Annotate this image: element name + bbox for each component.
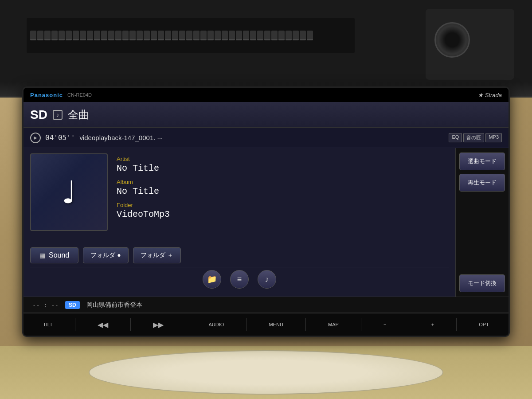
prev-track-button[interactable]: ◀◀: [94, 319, 112, 331]
album-label: Album: [117, 179, 449, 185]
album-art: ♩: [30, 153, 108, 231]
model-number: CN-RE04D: [67, 92, 92, 98]
btn-divider-2: [130, 318, 131, 331]
folder-label: Folder: [117, 202, 449, 208]
photo-background: DELL Panasonic CN-RE04D ★ Strada SD ♪: [0, 0, 532, 399]
playback-mode-button[interactable]: 再生モード: [459, 174, 505, 192]
btn-divider-7: [409, 318, 409, 331]
status-bar: -- : -- SD 岡山県備前市香登本: [23, 297, 509, 313]
music-view-icon[interactable]: ♪: [258, 270, 276, 289]
opt-button[interactable]: OPT: [475, 320, 493, 329]
volume-down-button[interactable]: −: [380, 320, 390, 329]
keyboard-area: [27, 18, 355, 53]
playlist-label: 全曲: [68, 108, 89, 122]
artist-label: Artist: [117, 156, 449, 162]
camera-background: DELL: [0, 0, 532, 98]
device-screen: SD ♪ 全曲 ▶ 04'05'' videoplayback-147_0001…: [23, 102, 509, 313]
table-surface: [0, 346, 532, 399]
sound-label: Sound: [49, 251, 69, 259]
camera-equipment: [426, 9, 514, 80]
btn-divider-4: [246, 318, 246, 331]
mode-switch-button[interactable]: モード切換: [459, 274, 505, 292]
artist-value: No Title: [117, 163, 449, 173]
media-info-row: ♩ Artist No Title Album No Title Folder …: [30, 153, 449, 244]
tag-buttons-group: EQ 音の匠 MP3: [449, 133, 502, 142]
time-dashes: -- : --: [32, 301, 59, 309]
decorative-plate: [89, 350, 443, 395]
folder-icon: 📁: [207, 274, 217, 284]
controls-row: ▦ Sound フォルダ ● フォルダ ＋: [30, 247, 449, 267]
music-note-icon: ♩: [62, 174, 76, 211]
btn-divider-5: [305, 318, 306, 331]
eq-tag[interactable]: EQ: [449, 133, 462, 142]
volume-up-button[interactable]: +: [428, 320, 438, 329]
format-tag[interactable]: MP3: [485, 133, 502, 142]
album-value: No Title: [117, 186, 449, 196]
bottom-icons-row: 📁 ≡ ♪: [30, 267, 449, 291]
location-text: 岡山県備前市香登本: [86, 301, 142, 309]
sd-source-badge: SD: [65, 301, 80, 309]
folder-value: VideoToMp3: [117, 209, 449, 219]
brand-bar: Panasonic CN-RE04D ★ Strada: [23, 88, 509, 102]
list-view-icon[interactable]: ≡: [230, 270, 249, 289]
panasonic-brand: Panasonic: [30, 92, 63, 98]
track-filename: videoplayback-147_0001. ···: [79, 134, 444, 141]
btn-divider-6: [361, 318, 361, 331]
left-content: ♩ Artist No Title Album No Title Folder …: [23, 148, 455, 297]
track-time: 04'05'': [45, 133, 75, 142]
folder-plus-label: フォルダ ＋: [141, 251, 173, 258]
tilt-button[interactable]: TILT: [39, 320, 56, 329]
folder-minus-button[interactable]: フォルダ ●: [83, 247, 128, 263]
btn-divider-1: [75, 318, 75, 331]
btn-divider-3: [186, 318, 186, 331]
map-button[interactable]: MAP: [325, 320, 342, 329]
right-sidebar: 選曲モード 再生モード モード切換: [455, 148, 509, 297]
menu-button[interactable]: MENU: [265, 320, 286, 329]
camera-lens: [434, 22, 470, 58]
sound-button[interactable]: ▦ Sound: [30, 247, 78, 263]
media-icon: ♪: [53, 110, 63, 120]
next-track-button[interactable]: ▶▶: [149, 319, 167, 331]
list-icon: ≡: [237, 275, 242, 284]
sound-icon: ▦: [39, 252, 45, 259]
car-navigation-device: Panasonic CN-RE04D ★ Strada SD ♪ 全曲 ▶: [22, 86, 510, 337]
folder-plus-button[interactable]: フォルダ ＋: [133, 247, 181, 263]
music-icon: ♪: [265, 275, 269, 284]
btn-divider-8: [456, 318, 457, 331]
folder-view-icon[interactable]: 📁: [203, 270, 221, 289]
play-status-icon: ▶: [30, 133, 41, 143]
strada-brand: ★ Strada: [478, 92, 502, 98]
otaku-tag[interactable]: 音の匠: [463, 133, 484, 142]
sidebar-spacer: [459, 195, 505, 271]
hardware-buttons-bar: TILT ◀◀ ▶▶ AUDIO MENU MAP − + OPT: [23, 313, 509, 336]
playback-bar: ▶ 04'05'' videoplayback-147_0001. ··· EQ…: [23, 128, 509, 148]
source-bar: SD ♪ 全曲: [23, 102, 509, 128]
audio-button[interactable]: AUDIO: [205, 320, 227, 329]
folder-minus-label: フォルダ ●: [90, 251, 121, 258]
main-content-area: ♩ Artist No Title Album No Title Folder …: [23, 148, 509, 297]
track-selection-mode-button[interactable]: 選曲モード: [459, 153, 505, 170]
source-label: SD: [30, 108, 47, 122]
track-info-panel: Artist No Title Album No Title Folder Vi…: [117, 153, 449, 244]
